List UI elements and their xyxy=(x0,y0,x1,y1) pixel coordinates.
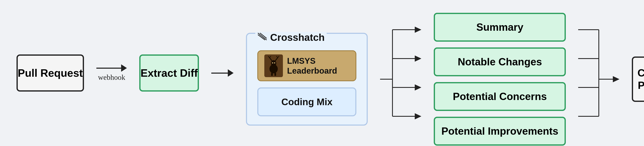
summary-node: Summary xyxy=(434,13,566,42)
to-crosshatch-shaft xyxy=(211,72,228,74)
svg-rect-14 xyxy=(271,72,273,76)
pull-request-label: Pull Request xyxy=(18,66,83,80)
lmsys-model-card: LMSYSLeaderboard xyxy=(257,50,356,81)
webhook-arrow: webhook xyxy=(96,64,127,82)
svg-point-13 xyxy=(274,62,275,64)
coding-mix-card: Coding Mix xyxy=(257,88,356,116)
potential-improvements-node: Potential Improvements xyxy=(434,117,566,146)
webhook-shaft xyxy=(96,68,121,69)
webhook-arrowhead xyxy=(121,64,127,72)
merge-arrows-svg xyxy=(578,15,620,143)
crosshatch-container: Crosshatch xyxy=(246,33,368,126)
crosshatch-section: Crosshatch xyxy=(246,33,368,126)
arrow-to-summary xyxy=(415,26,421,33)
pull-request-node: Pull Request xyxy=(16,54,84,92)
arrow-to-comment xyxy=(613,76,620,82)
svg-line-0 xyxy=(258,33,266,40)
to-crosshatch-arrow xyxy=(211,69,234,77)
main-diagram: Pull Request webhook Extract Diff xyxy=(0,0,644,146)
comment-pr-node: Comment on Pull Request xyxy=(632,56,644,102)
webhook-label: webhook xyxy=(98,73,125,82)
crosshatch-logo: Crosshatch xyxy=(255,32,327,43)
potential-improvements-label: Potential Improvements xyxy=(441,125,558,137)
lmsys-icon xyxy=(264,54,283,77)
summary-label: Summary xyxy=(476,21,523,33)
notable-changes-label: Notable Changes xyxy=(458,56,542,68)
notable-changes-node: Notable Changes xyxy=(434,48,566,76)
comment-pr-label: Comment on Pull Request xyxy=(637,67,644,92)
crosshatch-icon xyxy=(257,32,267,43)
svg-point-12 xyxy=(272,62,273,64)
coding-mix-label: Coding Mix xyxy=(281,96,332,108)
lmsys-label: LMSYSLeaderboard xyxy=(287,56,337,76)
arrow-to-concerns xyxy=(415,84,421,90)
webhook-arrow-line xyxy=(96,64,127,72)
potential-concerns-label: Potential Concerns xyxy=(453,90,547,102)
output-nodes: Summary Notable Changes Potential Concer… xyxy=(434,13,566,146)
branch-arrows-svg xyxy=(380,15,421,143)
extract-diff-label: Extract Diff xyxy=(140,66,198,80)
potential-concerns-node: Potential Concerns xyxy=(434,82,566,111)
diagram-wrapper: Pull Request webhook Extract Diff xyxy=(0,0,644,146)
crosshatch-title: Crosshatch xyxy=(270,32,324,43)
lmsys-deer-icon xyxy=(265,56,282,76)
crosshatch-svg-icon xyxy=(257,32,267,40)
extract-diff-node: Extract Diff xyxy=(139,54,199,92)
arrow-to-improvements xyxy=(415,113,421,120)
to-crosshatch-arrowhead xyxy=(228,69,234,77)
svg-rect-15 xyxy=(274,72,276,76)
to-crosshatch-line xyxy=(211,69,234,77)
arrow-to-notable xyxy=(415,56,421,62)
